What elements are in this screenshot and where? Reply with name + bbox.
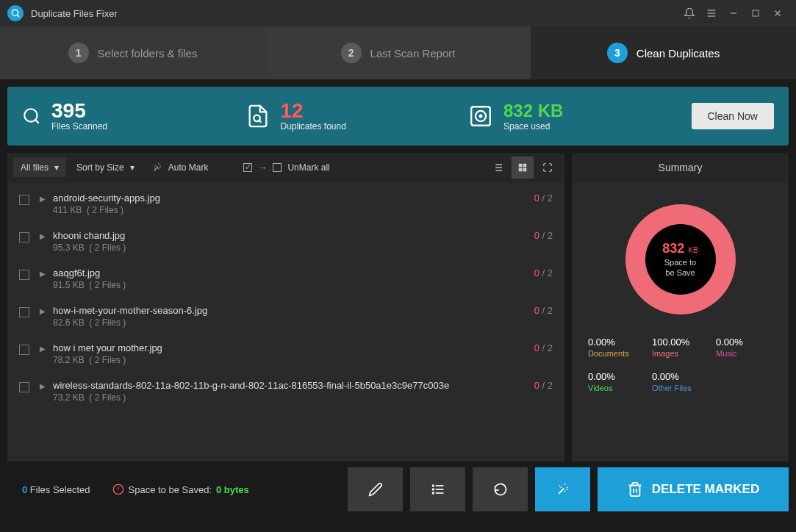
list-button[interactable]: [410, 467, 465, 511]
search-icon: [22, 107, 41, 126]
stats-bar: 395 Files Scanned 12 Duplicates found 83…: [7, 87, 789, 145]
marked-count: 0 / 2: [534, 380, 553, 391]
filter-dropdown[interactable]: All files ▾: [13, 158, 66, 177]
wizard-button[interactable]: [535, 467, 590, 511]
file-list-panel: All files ▾ Sort by Size ▾ Auto Mark ✓ →…: [7, 153, 564, 461]
maximize-button[interactable]: [745, 2, 767, 24]
svg-point-12: [480, 115, 482, 118]
svg-rect-5: [753, 10, 759, 16]
stat-scanned: 395 Files Scanned: [22, 101, 245, 132]
file-meta: 95.3 KB ( 2 Files ): [53, 242, 534, 253]
undo-button[interactable]: [473, 467, 528, 511]
file-group-row[interactable]: ▶ khooni chand.jpg 95.3 KB ( 2 Files ) 0…: [7, 223, 564, 260]
checkbox[interactable]: [19, 382, 29, 392]
svg-point-9: [254, 115, 260, 122]
sort-dropdown[interactable]: Sort by Size ▾: [69, 158, 142, 177]
svg-point-29: [432, 485, 434, 486]
trash-icon: [627, 481, 643, 497]
menu-icon[interactable]: [700, 2, 723, 24]
notifications-icon[interactable]: [678, 2, 700, 24]
svg-rect-19: [519, 164, 523, 168]
checkbox[interactable]: [19, 345, 29, 355]
list-view-button[interactable]: [487, 157, 509, 179]
file-meta: 91.5 KB ( 2 Files ): [53, 280, 534, 290]
marked-count: 0 / 2: [534, 342, 553, 353]
expand-arrow-icon[interactable]: ▶: [40, 195, 46, 203]
checkbox[interactable]: [19, 195, 29, 205]
expand-arrow-icon[interactable]: ▶: [40, 345, 46, 353]
stat-space: 832 KB Space used: [468, 101, 692, 132]
file-group-row[interactable]: ▶ android-security-apps.jpg 411 KB ( 2 F…: [7, 185, 564, 223]
step-last-scan[interactable]: 2 Last Scan Report: [265, 26, 531, 79]
expand-arrow-icon[interactable]: ▶: [40, 382, 46, 390]
automark-button[interactable]: Auto Mark: [145, 158, 216, 177]
checked-box-icon: ✓: [243, 163, 252, 172]
svg-rect-22: [523, 168, 527, 172]
warning-icon: [112, 484, 124, 495]
step-clean-duplicates[interactable]: 3 Clean Duplicates: [531, 26, 796, 79]
file-group-row[interactable]: ▶ how-i-met-your-mother-season-6.jpg 82.…: [7, 298, 564, 335]
category-stat: 0.00%Videos: [588, 371, 645, 392]
minimize-button[interactable]: [723, 2, 745, 24]
checkbox[interactable]: [19, 232, 29, 242]
file-meta: 411 KB ( 2 Files ): [53, 205, 534, 215]
expand-arrow-icon[interactable]: ▶: [40, 270, 46, 278]
step-select-folders[interactable]: 1 Select folders & files: [0, 26, 265, 79]
file-name: android-security-apps.jpg: [53, 193, 534, 204]
empty-box-icon: [273, 163, 282, 172]
list-toolbar: All files ▾ Sort by Size ▾ Auto Mark ✓ →…: [7, 153, 564, 182]
checkbox[interactable]: [19, 307, 29, 317]
marked-count: 0 / 2: [534, 267, 553, 278]
close-button[interactable]: [767, 2, 789, 24]
app-logo-icon: [7, 5, 24, 21]
svg-point-0: [12, 10, 18, 15]
file-name: khooni chand.jpg: [53, 230, 534, 241]
category-stat: 0.00%Music: [716, 337, 772, 358]
marked-count: 0 / 2: [534, 305, 553, 316]
file-meta: 82.6 KB ( 2 Files ): [53, 317, 534, 328]
disk-icon: [468, 104, 493, 129]
expand-arrow-icon[interactable]: ▶: [40, 232, 46, 240]
svg-point-31: [432, 492, 434, 494]
fullscreen-button[interactable]: [537, 157, 559, 179]
wand-icon: [152, 162, 162, 173]
grid-view-button[interactable]: [512, 157, 534, 179]
chevron-down-icon: ▾: [54, 162, 59, 173]
footer: 0 Files Selected Space to be Saved: 0 by…: [7, 467, 789, 511]
svg-rect-21: [519, 168, 523, 172]
file-name: how i met your mother.jpg: [53, 342, 534, 353]
donut-chart: 832 KB Space tobe Save: [625, 204, 736, 314]
step-tabs: 1 Select folders & files 2 Last Scan Rep…: [0, 26, 796, 79]
stat-duplicates: 12 Duplicates found: [245, 101, 469, 132]
marked-count: 0 / 2: [534, 193, 553, 204]
checkbox[interactable]: [19, 270, 29, 280]
duplicate-files-icon: [245, 104, 270, 129]
file-name: wireless-standards-802-11a-802-11b-g-n-a…: [53, 380, 534, 391]
svg-point-8: [24, 109, 37, 121]
file-meta: 78.2 KB ( 2 Files ): [53, 355, 534, 365]
app-title: Duplicate Files Fixer: [31, 8, 118, 19]
file-group-row[interactable]: ▶ aaqgf6t.jpg 91.5 KB ( 2 Files ) 0 / 2: [7, 260, 564, 298]
svg-rect-20: [523, 164, 527, 168]
clean-now-button[interactable]: Clean Now: [692, 103, 774, 129]
category-stat: 0.00%Other Files: [652, 371, 709, 392]
file-group-row[interactable]: ▶ wireless-standards-802-11a-802-11b-g-n…: [7, 373, 564, 410]
summary-panel: Summary 832 KB Space tobe Save 0.00%Docu…: [572, 153, 789, 461]
file-meta: 73.2 KB ( 2 Files ): [53, 392, 534, 403]
category-stat: 100.00%Images: [652, 337, 709, 358]
file-name: how-i-met-your-mother-season-6.jpg: [53, 305, 534, 316]
summary-title: Summary: [572, 153, 789, 182]
expand-arrow-icon[interactable]: ▶: [40, 307, 46, 315]
delete-marked-button[interactable]: DELETE MARKED: [598, 467, 789, 511]
titlebar: Duplicate Files Fixer: [0, 0, 796, 26]
category-stat: 0.00%Documents: [588, 337, 645, 358]
svg-point-30: [432, 489, 434, 490]
unmark-all-button[interactable]: ✓ → UnMark all: [236, 158, 337, 177]
chevron-down-icon: ▾: [130, 162, 135, 173]
file-name: aaqgf6t.jpg: [53, 267, 534, 278]
file-group-row[interactable]: ▶ how i met your mother.jpg 78.2 KB ( 2 …: [7, 335, 564, 373]
edit-button[interactable]: [348, 467, 403, 511]
footer-info: 0 Files Selected Space to be Saved: 0 by…: [7, 484, 340, 495]
marked-count: 0 / 2: [534, 230, 553, 241]
